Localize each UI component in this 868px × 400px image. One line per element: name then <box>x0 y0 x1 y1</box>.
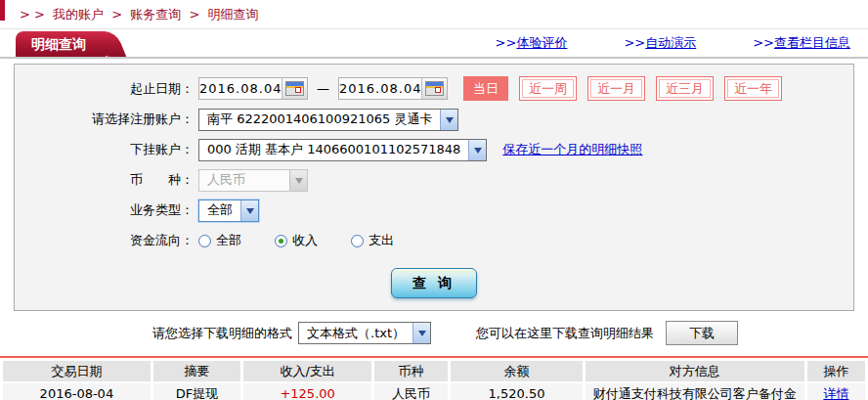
currency-label: 币 种： <box>15 171 198 189</box>
cell-summary: DF提现 <box>153 383 241 400</box>
period-button-last-year[interactable]: 近一年 <box>724 76 782 101</box>
cell-trade-date: 2016-08-04 <box>3 383 151 400</box>
link-prefix: >> <box>496 35 517 50</box>
breadcrumb-separator: > <box>111 7 122 22</box>
header-summary: 摘要 <box>153 361 241 381</box>
header-counterparty: 对方信息 <box>586 361 804 381</box>
download-row: 请您选择下载明细的格式 文本格式（.txt） 您可以在这里下载查询明细结果 下载 <box>152 321 868 345</box>
cell-currency: 人民币 <box>374 383 448 400</box>
breadcrumb-separator: > <box>189 7 199 22</box>
radio-label: 收入 <box>292 232 318 249</box>
link-view-column-info[interactable]: >>查看栏目信息 <box>753 34 850 52</box>
date-range-dash: — <box>317 81 329 96</box>
period-button-last-3-months[interactable]: 近三月 <box>656 76 714 101</box>
date-range-label: 起止日期： <box>15 80 198 98</box>
header-trade-date: 交易日期 <box>3 361 151 381</box>
date-to-picker-button[interactable] <box>421 78 447 99</box>
period-quick-buttons: 当日 近一周 近一月 近三月 近一年 <box>463 76 782 101</box>
header-income-expense: 收入/支出 <box>243 361 370 381</box>
link-experience-feedback[interactable]: >>体验评价 <box>496 34 568 52</box>
header-action: 操作 <box>807 361 865 381</box>
sub-account-row: 下挂账户： 000 活期 基本户 1406600101102571848 保存近… <box>15 138 853 161</box>
register-account-select[interactable]: 南平 6222001406100921065 灵通卡 <box>198 109 458 131</box>
table-row: 2016-08-04 DF提现 +125.00 人民币 1,520.50 财付通… <box>3 383 865 400</box>
chevron-down-icon <box>289 170 307 191</box>
table-header-row: 交易日期 摘要 收入/支出 币种 余额 对方信息 操作 <box>3 361 865 381</box>
cell-balance: 1,520.50 <box>451 383 582 400</box>
link-auto-demo[interactable]: >>自动演示 <box>624 34 696 52</box>
radio-icon <box>198 235 211 247</box>
biz-type-select[interactable]: 全部 <box>198 200 259 222</box>
radio-expense[interactable]: 支出 <box>351 232 394 249</box>
register-account-label: 请选择注册账户： <box>15 111 198 128</box>
radio-label: 全部 <box>216 232 241 249</box>
header-balance: 余额 <box>451 361 582 381</box>
period-button-last-month[interactable]: 近一月 <box>587 76 645 101</box>
radio-label: 支出 <box>369 232 394 249</box>
top-links: >>体验评价 >>自动演示 >>查看栏目信息 <box>496 34 868 52</box>
link-prefix: >> <box>624 35 645 50</box>
date-from-value: 2016.08.04 <box>199 78 282 99</box>
query-form-panel: 起止日期： 2016.08.04 — 2016.08.04 当日 近一周 近一月… <box>14 64 854 311</box>
calendar-icon <box>285 81 304 96</box>
cell-action: 详情 <box>807 383 865 400</box>
cell-counterparty: 财付通支付科技有限公司客户备付金 <box>586 383 804 400</box>
breadcrumb-prefix: > > <box>20 7 45 22</box>
biz-type-row: 业务类型： 全部 <box>15 199 853 222</box>
date-range-row: 起止日期： 2016.08.04 — 2016.08.04 当日 近一周 近一月… <box>15 76 853 101</box>
link-label: 查看栏目信息 <box>774 35 850 50</box>
fund-flow-row: 资金流向： 全部 收入 支出 <box>15 229 853 252</box>
left-accent-bar <box>0 0 5 21</box>
chevron-down-icon <box>468 140 486 160</box>
sub-account-label: 下挂账户： <box>15 141 198 158</box>
fund-flow-label: 资金流向： <box>15 232 198 249</box>
link-label: 自动演示 <box>645 35 696 50</box>
download-format-value: 文本格式（.txt） <box>299 323 412 343</box>
breadcrumb-item-account-query[interactable]: 账务查询 <box>130 7 181 22</box>
date-to-value: 2016.08.04 <box>339 78 421 99</box>
date-to-field[interactable]: 2016.08.04 <box>338 77 448 100</box>
radio-icon <box>351 235 364 247</box>
chevron-down-icon <box>440 110 457 130</box>
chevron-down-icon <box>412 323 430 343</box>
breadcrumb-item-detail-query[interactable]: 明细查询 <box>207 7 258 22</box>
date-from-field[interactable]: 2016.08.04 <box>198 77 308 100</box>
detail-query-page: > > 我的账户 > 账务查询 > 明细查询 明细查询 >>体验评价 >>自动演… <box>0 0 868 400</box>
query-button[interactable]: 查 询 <box>391 268 477 298</box>
biz-type-label: 业务类型： <box>15 201 198 219</box>
register-account-row: 请选择注册账户： 南平 6222001406100921065 灵通卡 <box>15 108 853 131</box>
download-format-select[interactable]: 文本格式（.txt） <box>298 322 431 344</box>
radio-icon <box>275 235 287 247</box>
download-hint: 您可以在这里下载查询明细结果 <box>476 325 654 342</box>
radio-income[interactable]: 收入 <box>275 232 318 249</box>
breadcrumb-item-my-account[interactable]: 我的账户 <box>53 7 104 22</box>
calendar-icon <box>425 81 444 96</box>
currency-value: 人民币 <box>199 170 289 191</box>
radio-all[interactable]: 全部 <box>198 232 241 249</box>
chevron-down-icon <box>240 200 258 221</box>
biz-type-value: 全部 <box>199 200 240 221</box>
sub-account-value: 000 活期 基本户 1406600101102571848 <box>199 140 468 160</box>
header-currency: 币种 <box>374 361 448 381</box>
tab-title: 明细查询 <box>31 36 86 52</box>
tab-detail-query[interactable]: 明细查询 <box>16 31 106 57</box>
period-button-last-week[interactable]: 近一周 <box>519 76 577 101</box>
link-label: 体验评价 <box>516 35 567 50</box>
cell-amount: +125.00 <box>243 383 370 400</box>
currency-row: 币 种： 人民币 <box>15 168 853 192</box>
result-table: 交易日期 摘要 收入/支出 币种 余额 对方信息 操作 2016-08-04 D… <box>0 359 868 400</box>
download-format-label: 请您选择下载明细的格式 <box>152 325 292 342</box>
download-button[interactable]: 下载 <box>666 321 738 345</box>
breadcrumb: > > 我的账户 > 账务查询 > 明细查询 <box>0 0 868 29</box>
tab-bar: 明细查询 >>体验评价 >>自动演示 >>查看栏目信息 <box>0 29 868 59</box>
save-snapshot-link[interactable]: 保存近一个月的明细快照 <box>502 141 642 158</box>
result-table-section: 交易日期 摘要 收入/支出 币种 余额 对方信息 操作 2016-08-04 D… <box>0 356 868 400</box>
date-from-picker-button[interactable] <box>282 78 307 99</box>
register-account-value: 南平 6222001406100921065 灵通卡 <box>199 110 440 130</box>
fund-flow-radio-group: 全部 收入 支出 <box>198 232 394 249</box>
period-button-today[interactable]: 当日 <box>463 76 508 101</box>
sub-account-select[interactable]: 000 活期 基本户 1406600101102571848 <box>198 139 487 161</box>
detail-link[interactable]: 详情 <box>823 386 848 400</box>
currency-select: 人民币 <box>198 169 308 192</box>
link-prefix: >> <box>753 35 774 50</box>
